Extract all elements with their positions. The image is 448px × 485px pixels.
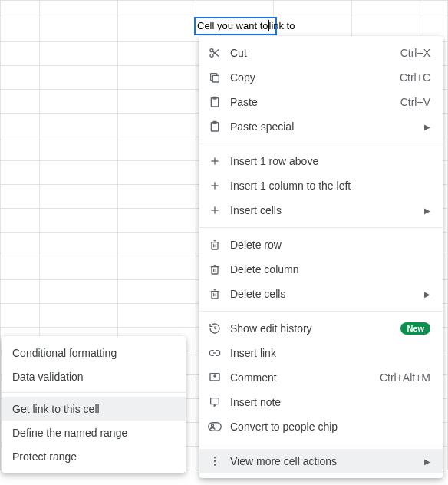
submenu-define-named-range[interactable]: Define the named range: [2, 421, 186, 444]
more-actions-submenu: Conditional formatting Data validation G…: [2, 336, 186, 473]
trash-icon: [199, 239, 230, 251]
new-badge: New: [400, 322, 430, 335]
svg-point-25: [212, 424, 214, 427]
menu-cut[interactable]: Cut Ctrl+X: [199, 41, 443, 65]
comment-icon: [199, 371, 230, 384]
menu-delete-row[interactable]: Delete row: [199, 233, 443, 257]
menu-cut-shortcut: Ctrl+X: [400, 47, 430, 59]
menu-separator: [199, 227, 443, 228]
menu-delete-column[interactable]: Delete column: [199, 257, 443, 282]
submenu-get-link-cell[interactable]: Get link to this cell: [2, 397, 186, 421]
clipboard-icon: [199, 120, 230, 133]
svg-point-27: [214, 460, 216, 462]
menu-delete-cells-label: Delete cells: [230, 288, 415, 300]
svg-point-26: [214, 457, 216, 458]
chevron-right-icon: ▶: [421, 123, 430, 131]
menu-insert-row-label: Insert 1 row above: [230, 155, 430, 167]
menu-insert-cells-label: Insert cells: [230, 204, 415, 216]
submenu-data-validation[interactable]: Data validation: [2, 365, 186, 388]
menu-insert-note[interactable]: Insert note: [199, 390, 443, 414]
svg-point-1: [210, 54, 213, 57]
menu-paste-special[interactable]: Paste special ▶: [199, 114, 443, 139]
menu-paste-label: Paste: [230, 96, 400, 108]
menu-paste-shortcut: Ctrl+V: [400, 96, 430, 108]
menu-insert-row[interactable]: Insert 1 row above: [199, 149, 443, 173]
more-icon: [199, 455, 230, 467]
active-cell-value: Cell you want tolink to: [197, 20, 295, 31]
trash-icon: [199, 263, 230, 275]
menu-copy[interactable]: Copy Ctrl+C: [199, 65, 443, 90]
link-icon: [199, 347, 230, 359]
svg-rect-4: [212, 75, 219, 82]
menu-insert-column[interactable]: Insert 1 column to the left: [199, 173, 443, 198]
menu-delete-column-label: Delete column: [230, 263, 430, 275]
menu-separator: [199, 311, 443, 312]
menu-paste[interactable]: Paste Ctrl+V: [199, 90, 443, 114]
chevron-right-icon: ▶: [421, 290, 430, 299]
menu-delete-cells[interactable]: Delete cells ▶: [199, 282, 443, 306]
menu-cut-label: Cut: [230, 47, 400, 59]
svg-point-28: [214, 464, 216, 466]
menu-people-chip[interactable]: Convert to people chip: [199, 414, 443, 439]
menu-separator: [199, 144, 443, 144]
menu-show-history[interactable]: Show edit history New: [199, 316, 443, 341]
plus-icon: [199, 155, 230, 167]
scissors-icon: [199, 47, 230, 59]
copy-icon: [199, 71, 230, 84]
context-menu: Cut Ctrl+X Copy Ctrl+C Paste Ctrl+V: [199, 36, 443, 478]
menu-people-chip-label: Convert to people chip: [230, 421, 430, 433]
trash-icon: [199, 288, 230, 300]
menu-show-history-label: Show edit history: [230, 322, 400, 335]
plus-icon: [199, 180, 230, 192]
person-chip-icon: [199, 421, 230, 433]
chevron-right-icon: ▶: [421, 206, 430, 215]
svg-point-0: [210, 49, 213, 52]
menu-view-more-label: View more cell actions: [230, 455, 415, 467]
menu-comment[interactable]: Comment Ctrl+Alt+M: [199, 365, 443, 390]
menu-insert-link-label: Insert link: [230, 347, 430, 359]
menu-copy-label: Copy: [230, 71, 400, 84]
menu-insert-cells[interactable]: Insert cells ▶: [199, 198, 443, 223]
menu-view-more-actions[interactable]: View more cell actions ▶: [199, 449, 443, 473]
plus-icon: [199, 204, 230, 216]
history-icon: [199, 322, 230, 335]
menu-insert-column-label: Insert 1 column to the left: [230, 180, 430, 192]
menu-delete-row-label: Delete row: [230, 239, 430, 251]
note-icon: [199, 396, 230, 408]
submenu-conditional-formatting[interactable]: Conditional formatting: [2, 341, 186, 365]
menu-comment-label: Comment: [230, 371, 380, 384]
clipboard-icon: [199, 96, 230, 108]
menu-insert-link[interactable]: Insert link: [199, 341, 443, 365]
menu-separator: [199, 444, 443, 444]
menu-comment-shortcut: Ctrl+Alt+M: [380, 371, 430, 384]
menu-copy-shortcut: Ctrl+C: [400, 71, 430, 84]
menu-separator: [2, 392, 186, 393]
menu-paste-special-label: Paste special: [230, 120, 415, 133]
menu-insert-note-label: Insert note: [230, 396, 430, 408]
submenu-protect-range[interactable]: Protect range: [2, 444, 186, 468]
chevron-right-icon: ▶: [421, 457, 430, 466]
